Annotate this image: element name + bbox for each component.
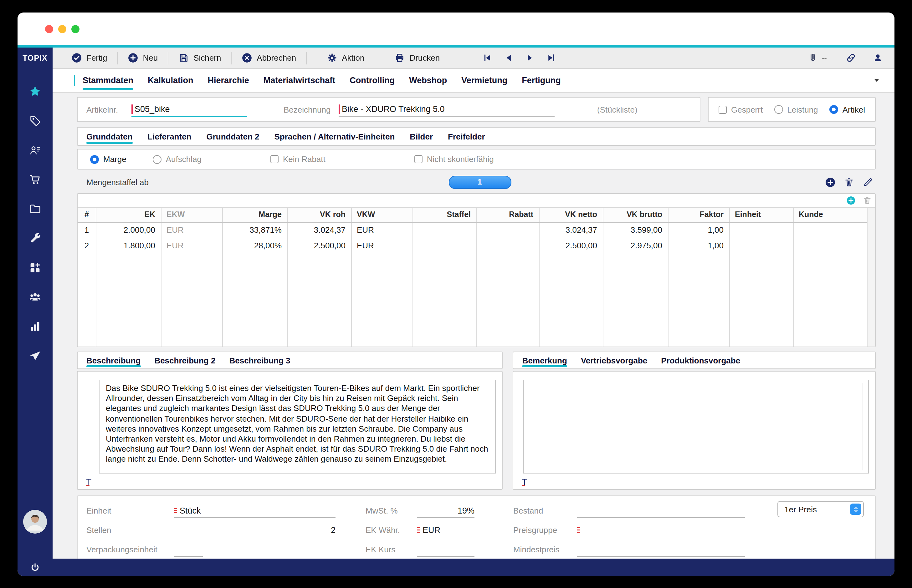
price-table-empty-row[interactable] — [78, 269, 867, 284]
tab-beschreibung-2[interactable]: Beschreibung 2 — [154, 352, 215, 369]
done-button[interactable]: Fertig — [65, 53, 113, 63]
column-header--[interactable]: # — [78, 208, 96, 222]
user-icon[interactable] — [873, 53, 883, 63]
table-cell[interactable] — [794, 238, 867, 253]
subtab-grunddaten-2[interactable]: Grunddaten 2 — [207, 127, 259, 146]
sidebar-item-orders[interactable] — [18, 165, 53, 194]
column-header-vk-roh[interactable]: VK roh — [288, 208, 352, 222]
table-cell[interactable]: 3.024,37 — [539, 223, 603, 238]
column-header-vk-brutto[interactable]: VK brutto — [603, 208, 669, 222]
tab-controlling[interactable]: Controlling — [350, 69, 395, 92]
edit-scale-button[interactable] — [863, 177, 873, 187]
table-scrollbar[interactable] — [867, 208, 875, 347]
user-avatar[interactable] — [23, 510, 47, 533]
tab-vermietung[interactable]: Vermietung — [461, 69, 507, 92]
field-input-bestand[interactable] — [577, 504, 745, 518]
sidebar-item-team[interactable] — [18, 282, 53, 312]
subtab-sprachen-alternativ-einheiten[interactable]: Sprachen / Alternativ-Einheiten — [274, 127, 395, 146]
table-cell[interactable]: 2.000,00 — [96, 223, 162, 238]
column-header-vkw[interactable]: VKW — [352, 208, 413, 222]
table-cell[interactable]: 3.024,37 — [288, 223, 352, 238]
table-cell[interactable]: EUR — [162, 238, 223, 253]
subtab-grunddaten[interactable]: Grunddaten — [86, 127, 132, 146]
table-cell[interactable]: EUR — [162, 223, 223, 238]
tab-webshop[interactable]: Webshop — [409, 69, 447, 92]
delete-scale-button[interactable] — [844, 177, 854, 187]
add-row-button[interactable] — [846, 196, 856, 205]
sidebar-item-tools[interactable] — [18, 223, 53, 253]
price-table-empty-row[interactable] — [78, 254, 867, 269]
no-cash-discount-checkbox[interactable]: Nicht skontierfähig — [415, 155, 494, 164]
table-cell[interactable]: 28,00% — [223, 238, 288, 253]
tab-overflow-button[interactable] — [873, 76, 881, 84]
remark-textarea[interactable] — [523, 380, 869, 473]
field-input-verpackungseinheit[interactable] — [174, 543, 203, 556]
field-input-stellen[interactable]: 2 — [174, 523, 335, 537]
price-table-empty-row[interactable] — [78, 331, 867, 347]
field-input-ek-währ-[interactable]: EUR — [417, 523, 475, 537]
sidebar-item-articles[interactable] — [18, 106, 53, 135]
action-button[interactable]: Aktion — [321, 53, 371, 63]
sidebar-item-modules[interactable] — [18, 253, 53, 282]
table-cell[interactable]: 1 — [78, 223, 96, 238]
table-cell[interactable] — [730, 238, 794, 253]
tab-kalkulation[interactable]: Kalkulation — [148, 69, 193, 92]
table-cell[interactable]: 2.975,00 — [603, 238, 669, 253]
table-cell[interactable]: EUR — [352, 223, 413, 238]
sidebar-item-send[interactable] — [18, 341, 53, 370]
article-radio[interactable]: Artikel — [829, 105, 865, 114]
designation-input[interactable]: Bike - XDURO Trekking 5.0 — [339, 102, 555, 117]
price-mode-select[interactable]: 1er Preis — [778, 501, 864, 517]
table-cell[interactable]: 2 — [78, 238, 96, 253]
tab-hierarchie[interactable]: Hierarchie — [208, 69, 249, 92]
sidebar-item-documents[interactable] — [18, 194, 53, 223]
locked-checkbox[interactable]: Gesperrt — [719, 105, 763, 114]
next-record-button[interactable] — [525, 53, 534, 63]
tab-beschreibung[interactable]: Beschreibung — [86, 352, 141, 369]
price-table-empty-row[interactable] — [78, 300, 867, 316]
column-header-marge[interactable]: Marge — [223, 208, 288, 222]
table-cell[interactable]: 2.500,00 — [539, 238, 603, 253]
price-table-row[interactable]: 21.800,00EUR28,00%2.500,00EUR2.500,002.9… — [78, 238, 867, 254]
zoom-window-button[interactable] — [71, 25, 79, 33]
table-cell[interactable]: 33,871% — [223, 223, 288, 238]
stepper-button[interactable] — [850, 504, 861, 515]
margin-radio[interactable]: Marge — [90, 155, 126, 164]
subtab-bilder[interactable]: Bilder — [410, 127, 433, 146]
column-header-einheit[interactable]: Einheit — [730, 208, 794, 222]
subtab-lieferanten[interactable]: Lieferanten — [147, 127, 191, 146]
tab-vertriebsvorgabe[interactable]: Vertriebsvorgabe — [581, 352, 647, 369]
field-input-preisgruppe[interactable] — [577, 523, 745, 537]
table-cell[interactable]: 3.599,00 — [603, 223, 669, 238]
tab-bemerkung[interactable]: Bemerkung — [522, 352, 567, 369]
column-header-rabatt[interactable]: Rabatt — [477, 208, 539, 222]
table-cell[interactable]: EUR — [352, 238, 413, 253]
table-cell[interactable] — [477, 238, 539, 253]
table-cell[interactable]: 2.500,00 — [288, 238, 352, 253]
field-input-ek-kurs[interactable] — [417, 543, 475, 556]
markup-radio[interactable]: Aufschlag — [153, 155, 202, 164]
table-cell[interactable] — [413, 223, 477, 238]
minimize-window-button[interactable] — [58, 25, 66, 33]
tab-stammdaten[interactable]: Stammdaten — [83, 69, 133, 92]
sidebar-item-reports[interactable] — [18, 312, 53, 341]
power-button[interactable] — [30, 562, 40, 572]
close-window-button[interactable] — [45, 25, 53, 33]
subtab-freifelder[interactable]: Freifelder — [448, 127, 485, 146]
quantity-scale-button[interactable]: 1 — [449, 176, 511, 189]
tab-beschreibung-3[interactable]: Beschreibung 3 — [229, 352, 290, 369]
previous-record-button[interactable] — [504, 53, 513, 63]
tab-produktionsvorgabe[interactable]: Produktionsvorgabe — [661, 352, 740, 369]
delete-row-button[interactable] — [863, 196, 872, 205]
print-button[interactable]: Drucken — [388, 53, 446, 63]
column-header-ekw[interactable]: EKW — [162, 208, 223, 222]
column-header-kunde[interactable]: Kunde — [794, 208, 867, 222]
field-input-mindestpreis[interactable] — [577, 543, 745, 556]
price-table-empty-row[interactable] — [78, 316, 867, 331]
first-record-button[interactable] — [482, 53, 492, 63]
article-number-input[interactable]: S05_bike — [131, 102, 247, 117]
price-table-row[interactable]: 12.000,00EUR33,871%3.024,37EUR3.024,373.… — [78, 223, 867, 238]
service-radio[interactable]: Leistung — [774, 105, 818, 114]
new-button[interactable]: Neu — [121, 53, 164, 63]
column-header-staffel[interactable]: Staffel — [413, 208, 477, 222]
